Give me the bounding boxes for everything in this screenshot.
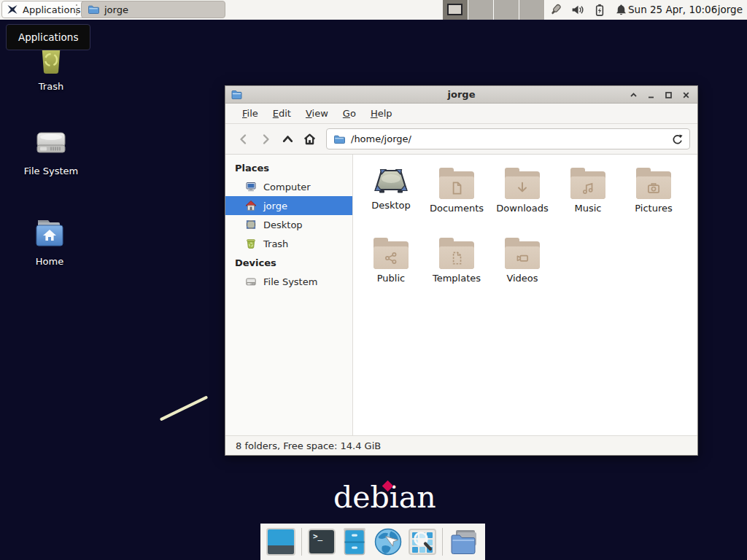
sidebar-item-jorge[interactable]: jorge — [225, 196, 352, 215]
workspace-switcher[interactable] — [443, 0, 545, 20]
notifications-bell-icon[interactable] — [614, 3, 628, 17]
status-text: 8 folders, Free space: 14.4 GiB — [236, 440, 381, 451]
file-item-pictures[interactable]: Pictures — [621, 164, 686, 234]
menu-item-go[interactable]: Go — [336, 104, 363, 122]
file-item-music[interactable]: Music — [555, 164, 621, 234]
home-button[interactable] — [298, 128, 320, 150]
file-item-label: Documents — [430, 203, 484, 214]
file-item-label: Videos — [506, 273, 538, 284]
minimize-button[interactable] — [646, 90, 657, 101]
menu-item-view[interactable]: View — [298, 104, 336, 122]
file-item-label: Pictures — [635, 203, 672, 214]
username-label[interactable]: jorge — [718, 0, 743, 20]
menu-item-edit[interactable]: Edit — [266, 104, 298, 122]
window-titlebar[interactable]: jorge — [225, 86, 697, 104]
xfce-menu-icon — [7, 4, 18, 15]
file-item-desktop[interactable]: Desktop — [358, 164, 424, 234]
web-browser-launcher[interactable] — [374, 527, 403, 556]
taskbar-folder-icon — [88, 4, 99, 15]
top-panel: Applications jorge Sun 25 Apr, 10:06 jor… — [0, 0, 747, 20]
file-manager-window: jorge File Edit View Go Help — [225, 85, 698, 456]
sidebar-item-label: Desktop — [263, 219, 303, 230]
input-device-icon[interactable] — [549, 3, 562, 17]
harddrive-icon — [34, 125, 69, 160]
system-tray — [549, 0, 628, 20]
status-bar: 8 folders, Free space: 14.4 GiB — [225, 435, 697, 455]
folder-templates-icon — [438, 237, 476, 269]
menu-item-help[interactable]: Help — [363, 104, 400, 122]
file-item-public[interactable]: Public — [358, 234, 424, 304]
panel-grip[interactable] — [76, 4, 79, 15]
applications-button[interactable]: Applications — [1, 1, 88, 18]
dock: >_ — [260, 524, 485, 560]
file-item-label: Templates — [433, 273, 481, 284]
pathbar-folder-icon — [333, 133, 345, 145]
desktop-mini-icon — [245, 219, 257, 230]
close-button[interactable] — [681, 90, 692, 101]
sidebar-item-file-system[interactable]: File System — [225, 272, 352, 291]
desktop-folder-icon — [372, 164, 410, 196]
sidebar-item-label: Trash — [263, 238, 288, 249]
file-item-label: Music — [575, 203, 602, 214]
window-title: jorge — [225, 89, 697, 100]
drive-mini-icon — [245, 276, 257, 287]
maximize-button[interactable] — [663, 90, 674, 101]
desktop-scratch-line — [160, 395, 208, 421]
volume-icon[interactable] — [570, 3, 584, 17]
folder-downloads-icon — [503, 167, 541, 199]
menu-item-file[interactable]: File — [235, 104, 266, 122]
file-item-documents[interactable]: Documents — [424, 164, 489, 234]
terminal-launcher[interactable]: >_ — [308, 529, 336, 555]
up-button[interactable] — [276, 128, 298, 150]
forward-button[interactable] — [255, 128, 276, 150]
shade-button[interactable] — [628, 90, 639, 101]
sidebar-item-label: jorge — [263, 201, 287, 211]
file-item-videos[interactable]: Videos — [489, 234, 555, 304]
applications-button-label: Applications — [23, 4, 80, 15]
sidebar-item-computer[interactable]: Computer — [225, 177, 352, 196]
home-folder-icon — [31, 216, 68, 251]
file-manager-launcher[interactable] — [341, 527, 368, 556]
folder-pictures-icon — [635, 167, 673, 199]
path-bar[interactable]: /home/jorge/ — [326, 128, 690, 149]
sidebar-header-devices: Devices — [225, 253, 352, 272]
file-item-label: Desktop — [371, 200, 411, 211]
sidebar-item-label: Computer — [263, 182, 311, 192]
folder-documents-icon — [438, 167, 476, 199]
file-item-label: Downloads — [496, 203, 548, 214]
file-item-templates[interactable]: Templates — [424, 234, 489, 304]
reload-button[interactable] — [671, 133, 683, 145]
sidebar-item-trash[interactable]: Trash — [225, 234, 352, 253]
file-item-downloads[interactable]: Downloads — [489, 164, 555, 234]
workspace-1[interactable] — [443, 0, 468, 20]
desktop-icon-label: File System — [24, 166, 78, 176]
sidebar-item-desktop[interactable]: Desktop — [225, 215, 352, 234]
folder-public-icon — [372, 237, 410, 269]
taskbar-item-jorge[interactable]: jorge — [81, 1, 225, 18]
taskbar-item-label: jorge — [104, 4, 128, 15]
back-button[interactable] — [233, 128, 255, 150]
battery-icon[interactable] — [592, 3, 606, 17]
sidebar: Places Computer jorge Desktop — [225, 155, 353, 435]
workspace-3[interactable] — [494, 0, 519, 20]
clock[interactable]: Sun 25 Apr, 10:06 — [628, 0, 717, 20]
workspace-window-thumb — [447, 4, 462, 15]
show-desktop-button[interactable] — [266, 528, 295, 556]
workspace-2[interactable] — [468, 0, 494, 20]
menu-bar: File Edit View Go Help — [225, 104, 697, 124]
terminal-icon: >_ — [313, 532, 322, 541]
application-finder-launcher[interactable] — [409, 529, 436, 555]
files-panel[interactable]: Desktop Documents Download — [353, 155, 697, 435]
file-item-label: Public — [377, 273, 405, 284]
sidebar-item-label: File System — [263, 276, 317, 287]
desktop-icon-file-system[interactable]: File System — [16, 125, 86, 176]
sidebar-header-places: Places — [225, 158, 352, 177]
directory-menu-launcher[interactable] — [449, 528, 479, 556]
debian-logo: debian — [333, 481, 436, 514]
path-value[interactable]: /home/jorge/ — [351, 133, 411, 144]
desktop-icon-home[interactable]: Home — [15, 216, 85, 267]
workspace-4[interactable] — [519, 0, 545, 20]
folder-videos-icon — [503, 237, 541, 269]
desktop-icon-label: Home — [36, 256, 63, 267]
dock-separator — [442, 528, 443, 556]
